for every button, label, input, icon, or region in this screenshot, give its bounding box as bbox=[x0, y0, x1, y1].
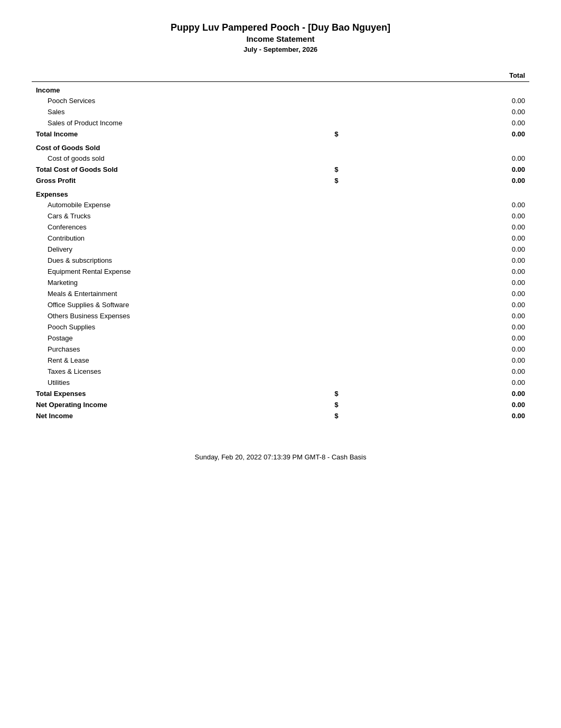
total-label: Net Income bbox=[32, 410, 330, 421]
row-dollar bbox=[330, 321, 380, 333]
income-statement-table: Total Income Pooch Services 0.00 Sales 0… bbox=[32, 69, 529, 421]
row-label: Utilities bbox=[32, 377, 330, 388]
row-dollar bbox=[330, 344, 380, 355]
row-dollar bbox=[330, 199, 380, 210]
data-row: Office Supplies & Software 0.00 bbox=[32, 299, 529, 310]
row-value: 0.00 bbox=[380, 266, 529, 277]
row-dollar bbox=[330, 233, 380, 244]
row-dollar bbox=[330, 153, 380, 164]
row-dollar bbox=[330, 222, 380, 233]
row-value: 0.00 bbox=[380, 377, 529, 388]
total-value: 0.00 bbox=[380, 175, 529, 186]
data-row: Marketing 0.00 bbox=[32, 277, 529, 288]
data-row: Delivery 0.00 bbox=[32, 244, 529, 255]
data-row: Sales 0.00 bbox=[32, 106, 529, 117]
total-row: Total Cost of Goods Sold $ 0.00 bbox=[32, 164, 529, 175]
total-dollar: $ bbox=[330, 399, 380, 410]
report-header: Puppy Luv Pampered Pooch - [Duy Bao Nguy… bbox=[32, 21, 529, 53]
row-dollar bbox=[330, 288, 380, 299]
data-row: Postage 0.00 bbox=[32, 333, 529, 344]
total-dollar: $ bbox=[330, 388, 380, 399]
row-label: Purchases bbox=[32, 344, 330, 355]
total-label: Gross Profit bbox=[32, 175, 330, 186]
col-total-header: Total bbox=[380, 69, 529, 82]
data-row: Purchases 0.00 bbox=[32, 344, 529, 355]
data-row: Meals & Entertainment 0.00 bbox=[32, 288, 529, 299]
section-header-row: Income bbox=[32, 82, 529, 96]
row-value: 0.00 bbox=[380, 222, 529, 233]
report-name: Income Statement bbox=[32, 34, 529, 43]
data-row: Pooch Services 0.00 bbox=[32, 95, 529, 106]
row-value: 0.00 bbox=[380, 355, 529, 366]
row-label: Sales of Product Income bbox=[32, 117, 330, 128]
row-label: Sales bbox=[32, 106, 330, 117]
data-row: Contribution 0.00 bbox=[32, 233, 529, 244]
row-dollar bbox=[330, 299, 380, 310]
row-value: 0.00 bbox=[380, 310, 529, 321]
total-row: Total Income $ 0.00 bbox=[32, 128, 529, 140]
row-dollar bbox=[330, 355, 380, 366]
data-row: Equipment Rental Expense 0.00 bbox=[32, 266, 529, 277]
row-value: 0.00 bbox=[380, 153, 529, 164]
total-dollar: $ bbox=[330, 128, 380, 140]
total-row: Net Income $ 0.00 bbox=[32, 410, 529, 421]
total-value: 0.00 bbox=[380, 410, 529, 421]
section-header-label: Expenses bbox=[32, 186, 529, 199]
row-label: Rent & Lease bbox=[32, 355, 330, 366]
row-label: Automobile Expense bbox=[32, 199, 330, 210]
row-label: Postage bbox=[32, 333, 330, 344]
row-value: 0.00 bbox=[380, 244, 529, 255]
row-dollar bbox=[330, 95, 380, 106]
total-dollar: $ bbox=[330, 410, 380, 421]
row-label: Marketing bbox=[32, 277, 330, 288]
section-header-row: Expenses bbox=[32, 186, 529, 199]
total-dollar: $ bbox=[330, 175, 380, 186]
col-label-header bbox=[32, 69, 330, 82]
row-value: 0.00 bbox=[380, 277, 529, 288]
total-value: 0.00 bbox=[380, 164, 529, 175]
row-value: 0.00 bbox=[380, 299, 529, 310]
section-header-label: Cost of Goods Sold bbox=[32, 140, 529, 153]
total-label: Total Cost of Goods Sold bbox=[32, 164, 330, 175]
row-value: 0.00 bbox=[380, 366, 529, 377]
total-row: Net Operating Income $ 0.00 bbox=[32, 399, 529, 410]
col-dollar-header bbox=[330, 69, 380, 82]
row-value: 0.00 bbox=[380, 255, 529, 266]
total-row: Total Expenses $ 0.00 bbox=[32, 388, 529, 399]
data-row: Conferences 0.00 bbox=[32, 222, 529, 233]
row-label: Others Business Expenses bbox=[32, 310, 330, 321]
total-row: Gross Profit $ 0.00 bbox=[32, 175, 529, 186]
report-period: July - September, 2026 bbox=[32, 45, 529, 53]
total-label: Total Expenses bbox=[32, 388, 330, 399]
total-label: Total Income bbox=[32, 128, 330, 140]
row-value: 0.00 bbox=[380, 117, 529, 128]
row-value: 0.00 bbox=[380, 95, 529, 106]
row-label: Contribution bbox=[32, 233, 330, 244]
row-value: 0.00 bbox=[380, 333, 529, 344]
total-dollar: $ bbox=[330, 164, 380, 175]
section-header-label: Income bbox=[32, 82, 529, 96]
row-value: 0.00 bbox=[380, 199, 529, 210]
row-label: Cost of goods sold bbox=[32, 153, 330, 164]
total-value: 0.00 bbox=[380, 388, 529, 399]
row-dollar bbox=[330, 377, 380, 388]
row-value: 0.00 bbox=[380, 288, 529, 299]
row-dollar bbox=[330, 255, 380, 266]
data-row: Pooch Supplies 0.00 bbox=[32, 321, 529, 333]
data-row: Others Business Expenses 0.00 bbox=[32, 310, 529, 321]
data-row: Utilities 0.00 bbox=[32, 377, 529, 388]
row-dollar bbox=[330, 244, 380, 255]
row-dollar bbox=[330, 366, 380, 377]
row-dollar bbox=[330, 106, 380, 117]
row-value: 0.00 bbox=[380, 106, 529, 117]
row-label: Equipment Rental Expense bbox=[32, 266, 330, 277]
row-label: Delivery bbox=[32, 244, 330, 255]
row-value: 0.00 bbox=[380, 344, 529, 355]
data-row: Cars & Trucks 0.00 bbox=[32, 210, 529, 222]
row-dollar bbox=[330, 310, 380, 321]
row-label: Meals & Entertainment bbox=[32, 288, 330, 299]
row-value: 0.00 bbox=[380, 210, 529, 222]
data-row: Cost of goods sold 0.00 bbox=[32, 153, 529, 164]
row-label: Conferences bbox=[32, 222, 330, 233]
row-value: 0.00 bbox=[380, 233, 529, 244]
